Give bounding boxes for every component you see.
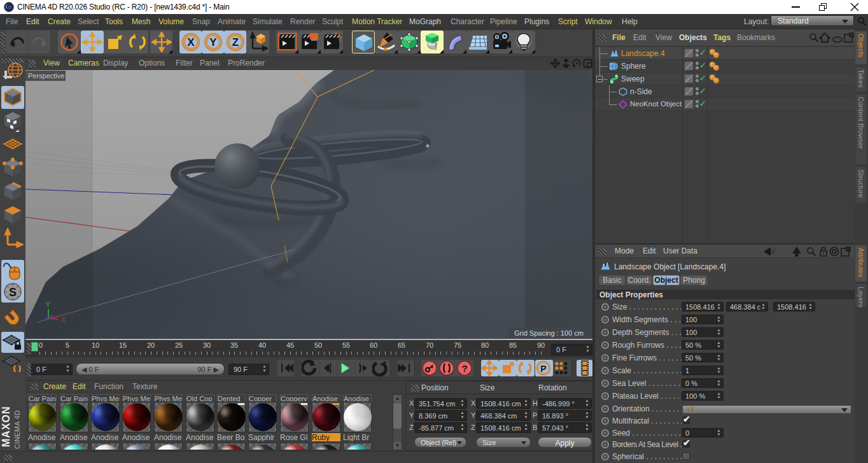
svg-text:Perspective: Perspective	[28, 72, 64, 80]
svg-text:Y: Y	[46, 301, 50, 308]
svg-text:X: X	[61, 317, 66, 324]
svg-text:S: S	[9, 286, 17, 299]
svg-text:Y: Y	[209, 36, 217, 48]
svg-text:Grid Spacing : 100 cm: Grid Spacing : 100 cm	[514, 329, 584, 337]
svg-text:Z: Z	[232, 36, 239, 48]
svg-text:P: P	[540, 364, 546, 374]
svg-text:?: ?	[461, 363, 467, 374]
svg-text:X: X	[187, 36, 195, 48]
